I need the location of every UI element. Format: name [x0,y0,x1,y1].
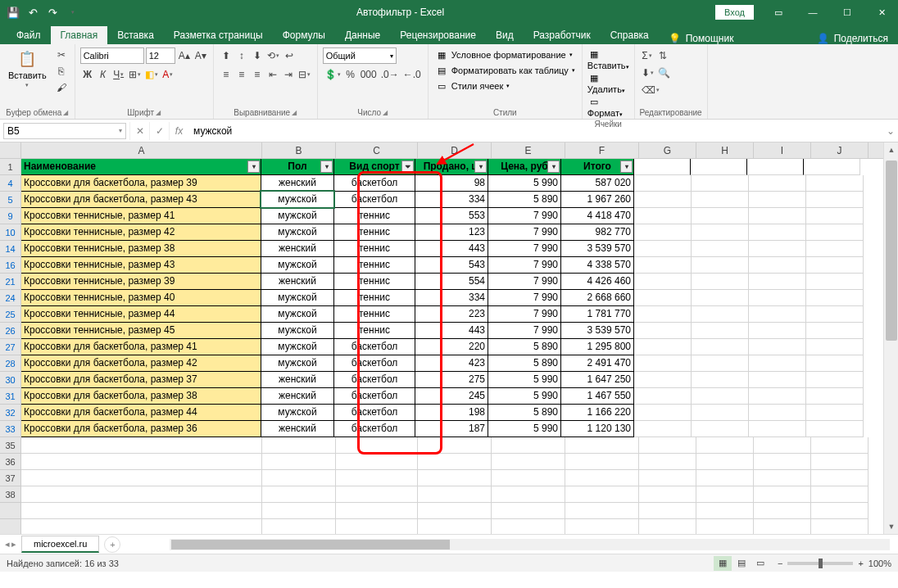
tab-developer[interactable]: Разработчик [524,26,601,44]
data-cell[interactable]: 423 [415,355,488,372]
data-cell[interactable]: теннис [333,289,415,306]
tellme-label[interactable]: Помощник [686,33,734,44]
tab-formulas[interactable]: Формулы [273,26,335,44]
wrap-text-icon[interactable]: ↩ [282,47,297,64]
format-cells-button[interactable]: ▭Формат▾ [587,95,629,118]
row-header[interactable]: 14 [0,241,21,257]
align-center-icon[interactable]: ≡ [234,66,249,83]
format-painter-icon[interactable]: 🖌 [53,80,70,95]
data-cell[interactable]: теннис [333,240,415,257]
horizontal-scrollbar[interactable] [170,539,890,550]
data-cell[interactable]: 5 990 [488,174,561,192]
data-cell[interactable]: 1 295 800 [560,338,634,355]
font-size-select[interactable] [146,47,175,64]
filter-button-icon[interactable]: ▾ [474,161,487,173]
row-header[interactable]: 36 [0,454,21,470]
sort-filter-icon[interactable]: ⇅ [655,47,670,64]
column-header-E[interactable]: E [492,142,565,158]
tab-help[interactable]: Справка [601,26,659,44]
decrease-font-icon[interactable]: A▾ [193,47,208,64]
data-cell[interactable]: баскетбол [333,355,415,372]
header-cell[interactable]: Вид спорт⏷ [333,158,415,175]
column-header-G[interactable]: G [639,142,696,158]
select-all-corner[interactable] [0,142,21,159]
accept-formula-icon[interactable]: ✓ [149,122,169,140]
data-cell[interactable]: 554 [415,273,488,290]
delete-cells-button[interactable]: ▦Удалить▾ [587,71,629,94]
scroll-down-icon[interactable]: ▼ [884,519,898,534]
data-cell[interactable]: Кроссовки теннисные, размер 41 [20,207,261,224]
ribbon-options-icon[interactable]: ▭ [762,0,795,25]
data-cell[interactable]: 5 990 [488,387,561,405]
data-cell[interactable]: 1 166 220 [560,404,634,421]
bold-button[interactable]: Ж [80,66,95,83]
align-right-icon[interactable]: ≡ [250,66,265,83]
data-cell[interactable]: мужской [261,355,334,372]
data-cell[interactable]: 4 338 570 [560,256,634,274]
font-name-select[interactable] [80,47,144,64]
scroll-up-icon[interactable]: ▲ [884,142,898,157]
data-cell[interactable]: Кроссовки теннисные, размер 44 [20,305,261,323]
data-cell[interactable]: 553 [415,207,488,224]
data-cell[interactable]: 7 990 [488,207,561,224]
font-launcher-icon[interactable]: ◢ [156,109,161,116]
undo-icon[interactable]: ↶ [25,4,41,20]
row-header[interactable]: 24 [0,290,21,306]
cancel-formula-icon[interactable]: ✕ [129,122,149,140]
cut-icon[interactable]: ✂ [53,47,70,62]
column-header-D[interactable]: D [418,142,492,158]
sheet-nav-first-icon[interactable]: ◂ [5,539,10,550]
autosum-icon[interactable]: Σ [640,47,655,64]
save-icon[interactable]: 💾 [5,4,21,20]
data-cell[interactable]: теннис [333,207,415,224]
align-middle-icon[interactable]: ↕ [234,47,249,64]
data-cell[interactable]: 334 [415,289,488,306]
data-cell[interactable]: 187 [415,420,488,437]
data-cell[interactable]: 5 990 [488,371,561,388]
data-cell[interactable]: теннис [333,256,415,274]
column-header-I[interactable]: I [754,142,811,158]
data-cell[interactable]: 443 [415,322,488,339]
data-cell[interactable]: теннис [333,224,415,241]
sheet-tab[interactable]: microexcel.ru [21,536,99,553]
data-cell[interactable]: 275 [415,371,488,388]
name-box[interactable]: B5▾ [3,123,126,139]
clipboard-launcher-icon[interactable]: ◢ [63,109,68,116]
data-cell[interactable]: 7 990 [488,322,561,339]
fx-icon[interactable]: fx [169,122,188,140]
expand-formula-icon[interactable]: ⌄ [883,125,898,137]
data-cell[interactable]: 5 990 [488,420,561,437]
vertical-scrollbar[interactable]: ▲ ▼ [883,142,898,534]
clear-icon[interactable]: ⌫ [640,82,661,98]
data-cell[interactable]: 334 [415,191,488,208]
data-cell[interactable]: теннис [333,322,415,339]
tab-data[interactable]: Данные [335,26,390,44]
comma-icon[interactable]: 000 [359,66,379,83]
data-cell[interactable]: Кроссовки для баскетбола, размер 37 [20,371,261,388]
data-cell[interactable]: 98 [415,174,488,192]
page-break-view-icon[interactable]: ▭ [751,556,769,571]
data-cell[interactable]: Кроссовки для баскетбола, размер 44 [20,404,261,421]
filter-button-icon[interactable]: ▾ [620,161,633,173]
scroll-thumb[interactable] [886,161,897,341]
data-cell[interactable]: 5 890 [488,355,561,372]
maximize-icon[interactable]: ☐ [831,0,864,25]
copy-icon[interactable]: ⎘ [53,64,70,79]
data-cell[interactable]: 4 426 460 [560,273,634,290]
borders-button[interactable]: ⊞ [127,66,143,83]
minimize-icon[interactable]: ― [796,0,829,25]
data-cell[interactable]: Кроссовки для баскетбола, размер 38 [20,387,261,405]
data-cell[interactable]: мужской [261,256,334,274]
data-cell[interactable]: 3 539 570 [560,240,634,257]
increase-decimal-icon[interactable]: .0→ [379,66,401,83]
data-cell[interactable]: 1 967 260 [560,191,634,208]
data-cell[interactable]: 7 990 [488,224,561,241]
zoom-slider[interactable] [787,562,853,565]
row-header[interactable]: 30 [0,372,21,388]
row-header[interactable]: 21 [0,274,21,290]
data-cell[interactable]: баскетбол [333,420,415,437]
row-header[interactable]: 26 [0,323,21,339]
header-cell[interactable]: Итого▾ [560,158,634,175]
align-bottom-icon[interactable]: ⬇ [250,47,265,64]
data-cell[interactable]: 543 [415,256,488,274]
